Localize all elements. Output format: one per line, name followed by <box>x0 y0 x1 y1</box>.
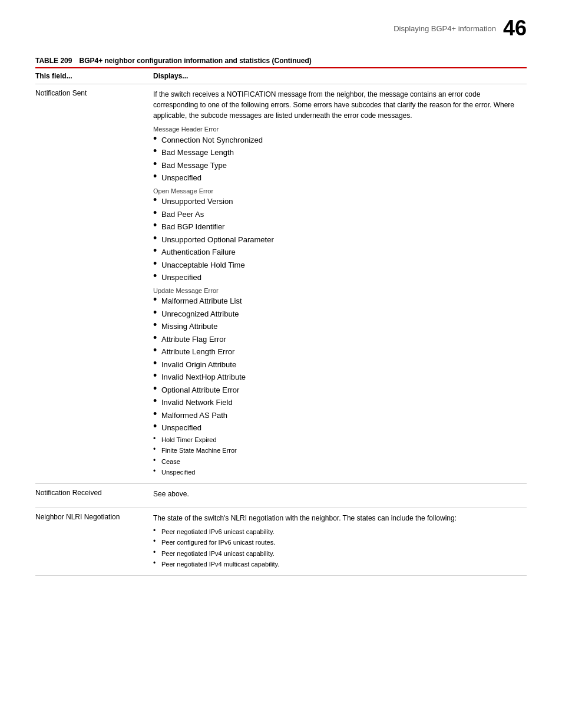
list-item: •Finite State Machine Error <box>153 446 522 456</box>
bullet-dot: • <box>153 271 161 282</box>
list-item: •Invalid Origin Attribute <box>153 359 522 371</box>
list-item: •Bad BGP Identifier <box>153 221 522 233</box>
bullet-list: •Connection Not Synchronized•Bad Message… <box>153 134 522 184</box>
bullet-dot: • <box>153 294 161 306</box>
list-item: •Malformed AS Path <box>153 410 522 421</box>
list-item: •Unspecified <box>153 272 522 284</box>
bullet-dot: • <box>153 146 161 157</box>
display-intro: If the switch receives a NOTIFICATION me… <box>153 89 522 121</box>
bullet-text: Authentication Failure <box>161 246 522 258</box>
bullet-text: Unspecified <box>161 272 522 284</box>
bullet-dot: • <box>153 307 161 319</box>
bullet-dot: • <box>153 358 161 370</box>
list-item: •Unsupported Optional Parameter <box>153 234 522 246</box>
bullet-text: Finite State Machine Error <box>161 446 522 456</box>
bullet-dot: • <box>153 207 161 219</box>
bullet-text: Attribute Flag Error <box>161 334 522 345</box>
bullet-text: Invalid Network Field <box>161 397 522 409</box>
table-caption: TABLE 209 BGP4+ neighbor configuration i… <box>35 57 527 67</box>
list-item: •Unspecified <box>153 467 522 477</box>
bullet-dot: • <box>153 233 161 245</box>
list-item: •Bad Message Type <box>153 160 522 172</box>
list-item: •Bad Message Length <box>153 147 522 159</box>
bullet-dot: • <box>153 457 161 465</box>
bullet-list: •Peer negotiated IPv6 unicast capability… <box>153 527 522 569</box>
table-row: Neighbor NLRI NegotiationThe state of th… <box>35 508 527 575</box>
field-name: Notification Received <box>35 489 102 497</box>
bullet-text: Unspecified <box>161 422 522 434</box>
bullet-text: Hold Timer Expired <box>161 435 522 445</box>
list-item: •Attribute Flag Error <box>153 334 522 345</box>
bullet-text: Invalid NextHop Attribute <box>161 371 522 383</box>
list-item: •Unacceptable Hold Time <box>153 259 522 271</box>
bullet-dot: • <box>153 171 161 183</box>
bullet-dot: • <box>153 332 161 344</box>
bullet-text: Unspecified <box>161 467 522 477</box>
bullet-dot: • <box>153 220 161 232</box>
bullet-dot: • <box>153 446 161 453</box>
bullet-list: •Hold Timer Expired•Finite State Machine… <box>153 435 522 477</box>
bullet-text: Peer configured for IPv6 unicast routes. <box>161 538 522 548</box>
list-item: •Malformed Attribute List <box>153 295 522 307</box>
bullet-text: Optional Attribute Error <box>161 384 522 396</box>
bullet-dot: • <box>153 527 161 535</box>
bullet-dot: • <box>153 133 161 145</box>
bullet-dot: • <box>153 159 161 170</box>
list-item: •Connection Not Synchronized <box>153 134 522 146</box>
list-item: •Optional Attribute Error <box>153 384 522 396</box>
field-name: Notification Sent <box>35 89 87 97</box>
bullet-list: •Malformed Attribute List•Unrecognized A… <box>153 295 522 434</box>
bullet-list: •Unsupported Version•Bad Peer As•Bad BGP… <box>153 196 522 284</box>
list-item: •Missing Attribute <box>153 321 522 332</box>
col-header-field: This field... <box>35 68 153 84</box>
table-row: Notification ReceivedSee above. <box>35 483 527 508</box>
display-cell: If the switch receives a NOTIFICATION me… <box>153 84 527 484</box>
bullet-text: Malformed AS Path <box>161 410 522 421</box>
list-item: •Unspecified <box>153 172 522 184</box>
bullet-text: Cease <box>161 457 522 467</box>
bullet-dot: • <box>153 396 161 407</box>
field-cell: Neighbor NLRI Negotiation <box>35 508 153 575</box>
display-cell: The state of the switch's NLRI negotiati… <box>153 508 527 575</box>
main-table: This field... Displays... Notification S… <box>35 67 527 576</box>
list-item: •Peer negotiated IPv6 unicast capability… <box>153 527 522 537</box>
list-item: •Attribute Length Error <box>153 346 522 358</box>
bullet-dot: • <box>153 383 161 395</box>
bullet-dot: • <box>153 538 161 545</box>
table-row: Notification SentIf the switch receives … <box>35 84 527 484</box>
table-description: BGP4+ neighbor configuration information… <box>79 57 311 65</box>
table-label: TABLE 209 <box>35 57 72 65</box>
list-item: •Hold Timer Expired <box>153 435 522 445</box>
bullet-text: Unsupported Version <box>161 196 522 207</box>
bullet-text: Bad BGP Identifier <box>161 221 522 233</box>
list-item: •Cease <box>153 457 522 467</box>
bullet-text: Bad Peer As <box>161 209 522 220</box>
section-label: Update Message Error <box>153 286 522 296</box>
list-item: •Invalid Network Field <box>153 397 522 409</box>
bullet-dot: • <box>153 435 161 443</box>
bullet-text: Unacceptable Hold Time <box>161 259 522 271</box>
header-title: Displaying BGP4+ information <box>394 24 496 33</box>
bullet-text: Connection Not Synchronized <box>161 134 522 146</box>
list-item: •Unsupported Version <box>153 196 522 207</box>
table-header-row: This field... Displays... <box>35 68 527 84</box>
field-cell: Notification Sent <box>35 84 153 484</box>
bullet-dot: • <box>153 319 161 331</box>
bullet-dot: • <box>153 421 161 433</box>
list-item: •Peer negotiated IPv4 unicast capability… <box>153 549 522 559</box>
bullet-text: Peer negotiated IPv6 unicast capability. <box>161 527 522 537</box>
page-container: Displaying BGP4+ information 46 TABLE 20… <box>0 0 562 728</box>
field-name: Neighbor NLRI Negotiation <box>35 513 120 521</box>
list-item: •Peer configured for IPv6 unicast routes… <box>153 538 522 548</box>
bullet-text: Attribute Length Error <box>161 346 522 358</box>
bullet-text: Peer negotiated IPv4 unicast capability. <box>161 549 522 559</box>
bullet-text: Missing Attribute <box>161 321 522 332</box>
section-label: Open Message Error <box>153 186 522 196</box>
display-intro: The state of the switch's NLRI negotiati… <box>153 513 522 523</box>
bullet-text: Unrecognized Attribute <box>161 308 522 320</box>
bullet-text: Unsupported Optional Parameter <box>161 234 522 246</box>
bullet-text: Unspecified <box>161 172 522 184</box>
bullet-dot: • <box>153 370 161 382</box>
list-item: •Bad Peer As <box>153 209 522 220</box>
bullet-dot: • <box>153 245 161 257</box>
